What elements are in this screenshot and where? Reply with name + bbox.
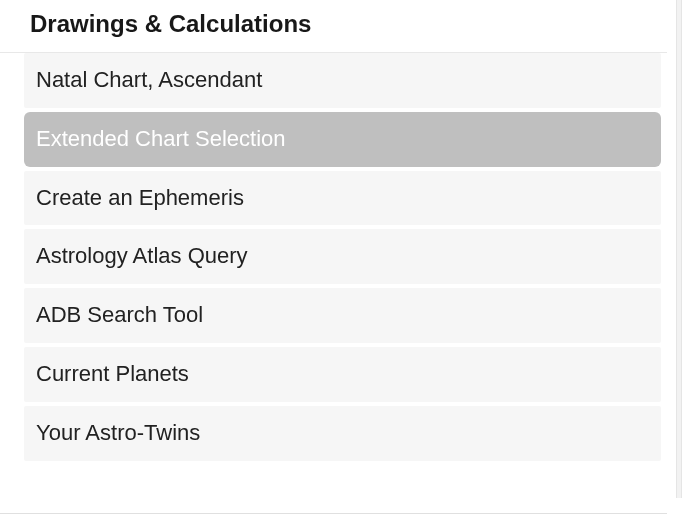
section-title: Drawings & Calculations [0,0,667,53]
menu-item-atlas-query[interactable]: Astrology Atlas Query [24,229,661,284]
menu-list: Natal Chart, Ascendant Extended Chart Se… [0,53,667,461]
main-panel: Drawings & Calculations Natal Chart, Asc… [0,0,667,514]
right-strip [676,0,682,498]
menu-item-current-planets[interactable]: Current Planets [24,347,661,402]
drawings-calculations-section: Drawings & Calculations Natal Chart, Asc… [0,0,667,461]
menu-item-adb-search[interactable]: ADB Search Tool [24,288,661,343]
menu-item-astro-twins[interactable]: Your Astro-Twins [24,406,661,461]
menu-item-natal-chart[interactable]: Natal Chart, Ascendant [24,53,661,108]
menu-item-extended-chart[interactable]: Extended Chart Selection [24,112,661,167]
menu-item-ephemeris[interactable]: Create an Ephemeris [24,171,661,226]
